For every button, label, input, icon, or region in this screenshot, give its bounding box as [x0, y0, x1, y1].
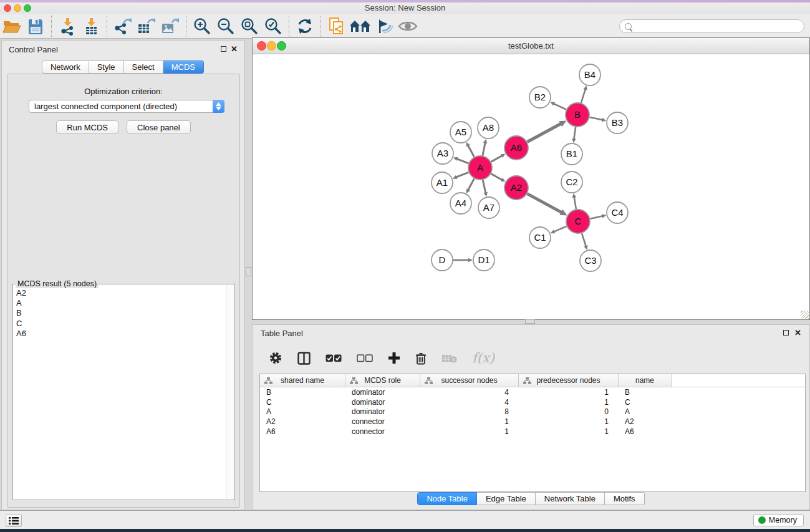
table-row[interactable]: Cdominator41C	[260, 397, 805, 407]
table-cell[interactable]: 1	[519, 398, 619, 407]
close-panel-button[interactable]: Close panel	[127, 120, 191, 134]
eye-icon[interactable]	[396, 16, 420, 37]
table-cell[interactable]: A2	[619, 417, 672, 426]
node-C[interactable]: C	[566, 210, 590, 233]
table-cell[interactable]: dominator	[345, 388, 420, 397]
table-cell[interactable]: C	[619, 398, 672, 407]
result-item[interactable]: A6	[16, 329, 225, 339]
edge-A-A8[interactable]	[483, 139, 487, 156]
column-header-name[interactable]: name	[619, 374, 672, 387]
edge-A6-B[interactable]	[528, 121, 567, 142]
resize-grip-icon[interactable]	[801, 311, 809, 319]
export-table-icon[interactable]	[135, 16, 158, 37]
table-cell[interactable]: connector	[345, 417, 420, 426]
edge-B-B1[interactable]	[572, 127, 576, 143]
result-item[interactable]: C	[16, 319, 225, 329]
table-cell[interactable]: 1	[519, 388, 619, 397]
table-row[interactable]: A6connector11A6	[260, 427, 805, 437]
node-A8[interactable]: A8	[478, 117, 499, 138]
table-cell[interactable]: B	[260, 388, 345, 397]
export-image-icon[interactable]	[158, 16, 182, 37]
horizontal-splitter-handle[interactable]	[525, 319, 535, 324]
select-all-icon[interactable]	[325, 354, 342, 362]
node-B[interactable]: B	[566, 103, 589, 127]
network-zoom-traffic-light[interactable]	[277, 41, 286, 51]
hide-graphics-details-icon[interactable]	[372, 16, 396, 37]
close-panel-icon[interactable]: ✕	[231, 46, 238, 52]
table-cell[interactable]: B	[619, 388, 672, 397]
table-cell[interactable]: 4	[420, 398, 519, 407]
search-field[interactable]	[619, 19, 804, 33]
open-session-icon[interactable]	[0, 16, 24, 37]
table-cell[interactable]: A6	[619, 427, 672, 436]
zoom-in-icon[interactable]	[190, 16, 214, 37]
edge-A-A1[interactable]	[453, 172, 469, 179]
network-minimize-traffic-light[interactable]	[267, 41, 276, 51]
node-B1[interactable]: B1	[561, 143, 582, 165]
tab-mcds[interactable]: MCDS	[163, 60, 204, 74]
table-cell[interactable]: dominator	[345, 407, 420, 416]
table-cell[interactable]: 1	[420, 427, 519, 436]
task-history-button[interactable]	[6, 514, 22, 527]
minimize-traffic-light[interactable]	[14, 4, 21, 12]
table-cell[interactable]: A6	[260, 427, 345, 436]
table-float-panel-icon[interactable]	[783, 330, 789, 336]
edge-C-C1[interactable]	[551, 226, 567, 233]
table-cell[interactable]: A	[619, 407, 672, 416]
edge-A-A7[interactable]	[483, 180, 488, 197]
column-header-MCDS-role[interactable]: MCDS role	[345, 374, 420, 387]
table-cell[interactable]: 1	[519, 427, 619, 436]
float-panel-icon[interactable]	[221, 46, 226, 52]
show-columns-icon[interactable]	[297, 352, 311, 365]
edge-B-B4[interactable]	[581, 85, 587, 103]
tab-network[interactable]: Network	[42, 60, 89, 74]
node-C4[interactable]: C4	[607, 202, 628, 223]
node-A4[interactable]: A4	[450, 193, 471, 214]
tab-network-table[interactable]: Network Table	[536, 492, 605, 505]
column-header-shared-name[interactable]: shared name	[260, 374, 345, 387]
table-cell[interactable]: C	[260, 398, 345, 407]
table-cell[interactable]: A	[260, 407, 345, 416]
table-cell[interactable]: A2	[260, 417, 345, 426]
node-D[interactable]: D	[432, 249, 453, 271]
edge-D-D1[interactable]	[453, 258, 473, 263]
delete-row-icon[interactable]	[415, 352, 427, 365]
criterion-dropdown[interactable]: largest connected component (directed)	[29, 100, 224, 113]
edge-A-A5[interactable]	[466, 142, 475, 157]
memory-button[interactable]: Memory	[753, 514, 804, 526]
table-cell[interactable]: 1	[519, 417, 619, 426]
search-input[interactable]	[635, 22, 804, 31]
result-item[interactable]: A	[16, 298, 225, 308]
node-A3[interactable]: A3	[432, 143, 453, 164]
tab-node-table[interactable]: Node Table	[417, 492, 477, 505]
edge-A-A3[interactable]	[453, 157, 469, 163]
column-header-successor-nodes[interactable]: successor nodes	[420, 374, 519, 387]
settings-gear-icon[interactable]	[269, 351, 282, 365]
zoom-traffic-light[interactable]	[24, 4, 31, 12]
close-traffic-light[interactable]	[4, 4, 11, 12]
node-A1[interactable]: A1	[432, 172, 453, 193]
zoom-fit-icon[interactable]	[238, 16, 261, 37]
edge-B-B2[interactable]	[550, 102, 566, 110]
edge-A-A6[interactable]	[491, 154, 506, 162]
zoom-out-icon[interactable]	[214, 16, 238, 37]
node-B3[interactable]: B3	[607, 112, 628, 133]
table-row[interactable]: Adominator80A	[260, 407, 805, 417]
edge-A2-C[interactable]	[528, 194, 567, 216]
network-canvas[interactable]: B4B2BB3A8A5A6B1A3AC2A1A2A4A7C4CC1C3DD1	[253, 54, 809, 319]
tab-style[interactable]: Style	[89, 60, 124, 74]
table-row[interactable]: A2connector11A2	[260, 417, 805, 427]
table-cell[interactable]: 0	[519, 407, 619, 416]
run-mcds-button[interactable]: Run MCDS	[56, 120, 118, 134]
node-table[interactable]: shared nameMCDS rolesuccessor nodesprede…	[259, 374, 806, 492]
zoom-selected-icon[interactable]	[261, 16, 285, 37]
refresh-icon[interactable]	[293, 16, 317, 37]
home-icon[interactable]	[349, 16, 372, 37]
node-C1[interactable]: C1	[529, 227, 551, 248]
node-A6[interactable]: A6	[504, 136, 528, 160]
node-A7[interactable]: A7	[478, 197, 499, 218]
node-D1[interactable]: D1	[473, 249, 494, 271]
table-close-panel-icon[interactable]: ✕	[794, 330, 801, 336]
edge-C-C4[interactable]	[591, 214, 607, 218]
export-network-icon[interactable]	[111, 16, 135, 37]
